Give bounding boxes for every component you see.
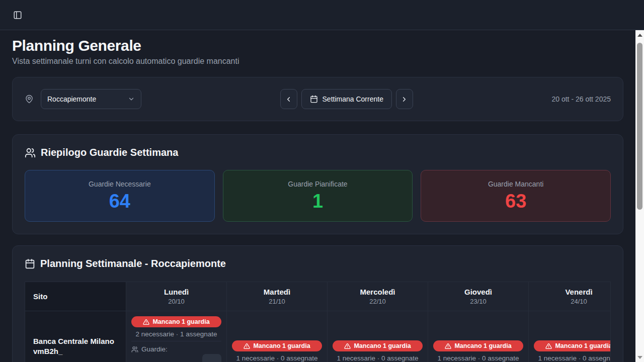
day-name: Venerdì [565, 288, 592, 296]
missing-guard-badge: Mancano 1 guardia [333, 340, 423, 351]
location-select-value: Roccapiemonte [47, 95, 96, 103]
scrollbar-down-arrow-icon[interactable] [637, 356, 642, 359]
missing-guard-badge: Mancano 1 guardia [232, 340, 322, 351]
shift-cell-lunedi: Mancano 1 guardia 2 necessarie · 1 asseg… [126, 311, 227, 362]
page-subtitle: Vista settimanale turni con calcolo auto… [12, 57, 623, 66]
missing-guard-badge-label: Mancano 1 guardia [454, 342, 511, 349]
vertical-scrollbar[interactable] [635, 30, 644, 362]
chevron-down-icon [128, 96, 135, 103]
shift-cell-venerdi: Mancano 1 guardia 1 necessarie · 0 asseg… [529, 311, 611, 362]
column-header-sito: Sito [25, 282, 126, 311]
location-group: Roccapiemonte [25, 89, 141, 109]
cell-counts: 1 necessarie · 0 assegnate [232, 354, 322, 362]
stat-value: 63 [421, 192, 610, 211]
week-nav-group: Settimana Corrente [280, 89, 413, 109]
summary-stats: Guardie Necessarie 64 Guardie Pianificat… [25, 170, 611, 222]
current-week-label: Settimana Corrente [323, 95, 383, 103]
scrollbar-thumb[interactable] [637, 43, 642, 210]
day-date: 24/10 [571, 298, 587, 305]
shift-cell-martedi: Mancano 1 guardia 1 necessarie · 0 asseg… [227, 311, 328, 362]
current-week-button[interactable]: Settimana Corrente [301, 89, 392, 109]
map-pin-icon [25, 95, 34, 104]
shift-cell-mercoledi: Mancano 1 guardia 1 necessarie · 0 asseg… [328, 311, 428, 362]
week-date-range: 20 ott - 26 ott 2025 [551, 95, 611, 103]
summary-card: Riepilogo Guardie Settimana Guardie Nece… [12, 134, 623, 234]
cell-counts: 2 necessarie · 1 assegnate [131, 330, 221, 338]
day-date: 21/10 [269, 298, 285, 305]
planning-table: Sito Lunedì 20/10 Martedì 21/10 Mercoled… [25, 282, 611, 362]
column-header-venerdi: Venerdì 24/10 [529, 282, 611, 311]
chevron-right-icon [400, 96, 408, 103]
cell-counts: 1 necessarie · 0 assegnate [534, 354, 611, 362]
panel-left-icon [13, 11, 22, 20]
column-header-lunedi: Lunedì 20/10 [126, 282, 227, 311]
top-bar [0, 0, 644, 30]
day-date: 23/10 [470, 298, 487, 305]
warning-triangle-icon [445, 343, 451, 349]
missing-guard-badge: Mancano 1 guardia [131, 316, 221, 327]
stat-guardie-pianificate: Guardie Pianificate 1 [223, 170, 413, 222]
cell-counts: 1 necessarie · 0 assegnate [433, 354, 523, 362]
toolbar-card: Roccapiemonte [12, 77, 623, 121]
location-select[interactable]: Roccapiemonte [41, 89, 141, 109]
site-name-cell: Banca Centrale Milano vmB2h_ [25, 311, 126, 362]
shift-cell-giovedi: Mancano 1 guardia 1 necessarie · 0 asseg… [428, 311, 529, 362]
missing-guard-badge: Mancano 1 guardia [534, 340, 611, 351]
column-header-giovedi: Giovedì 23/10 [428, 282, 529, 311]
users-icon [131, 346, 138, 353]
stat-label: Guardie Pianificate [223, 180, 413, 188]
users-icon [25, 147, 36, 158]
missing-guard-badge-label: Mancano 1 guardia [555, 342, 611, 349]
missing-guard-badge-label: Mancano 1 guardia [354, 342, 411, 349]
stat-label: Guardie Mancanti [421, 180, 610, 188]
page-title: Planning Generale [12, 37, 623, 54]
warning-triangle-icon [143, 319, 149, 325]
next-week-button[interactable] [396, 89, 413, 109]
column-header-martedi: Martedì 21/10 [227, 282, 328, 311]
day-name: Lunedì [164, 288, 189, 296]
stat-value: 1 [223, 192, 413, 211]
guard-chip[interactable] [202, 354, 221, 362]
day-name: Martedì [264, 288, 290, 296]
calendar-icon [310, 95, 318, 103]
scrollbar-up-arrow-icon[interactable] [637, 34, 642, 37]
previous-week-button[interactable] [280, 89, 297, 109]
cell-divider [131, 341, 221, 341]
missing-guard-badge: Mancano 1 guardia [433, 340, 523, 351]
missing-guard-badge-label: Mancano 1 guardia [152, 318, 209, 325]
missing-guard-badge-label: Mancano 1 guardia [253, 342, 310, 349]
day-name: Mercoledì [360, 288, 395, 296]
sidebar-toggle-button[interactable] [8, 6, 27, 25]
warning-triangle-icon [545, 343, 552, 349]
day-date: 20/10 [168, 298, 185, 305]
main-content: Planning Generale Vista settimanale turn… [0, 30, 635, 362]
warning-triangle-icon [344, 343, 351, 349]
summary-title: Riepilogo Guardie Settimana [41, 147, 178, 158]
planning-title: Planning Settimanale - Roccapiemonte [40, 258, 226, 269]
day-name: Giovedì [464, 288, 492, 296]
calendar-icon [25, 258, 35, 269]
stat-guardie-necessarie: Guardie Necessarie 64 [25, 170, 215, 222]
cell-counts: 1 necessarie · 0 assegnate [333, 354, 423, 362]
stat-guardie-mancanti: Guardie Mancanti 63 [421, 170, 611, 222]
guards-label: Guardie: [141, 345, 168, 353]
stat-label: Guardie Necessarie [25, 180, 214, 188]
stat-value: 64 [25, 192, 214, 211]
chevron-left-icon [285, 96, 292, 103]
day-date: 22/10 [369, 298, 386, 305]
column-header-mercoledi: Mercoledì 22/10 [328, 282, 428, 311]
warning-triangle-icon [244, 343, 250, 349]
planning-card: Planning Settimanale - Roccapiemonte Sit… [12, 245, 623, 362]
